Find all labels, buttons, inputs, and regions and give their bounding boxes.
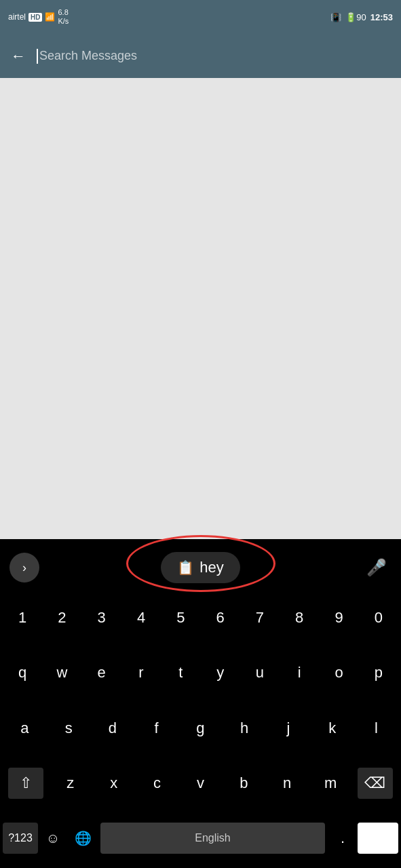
main-content (0, 78, 401, 539)
backspace-key[interactable]: ⌫ (358, 768, 393, 799)
status-left: airtel HD 📶 6.8 K/s (8, 8, 69, 26)
key-c[interactable]: c (141, 768, 174, 799)
key-n[interactable]: n (271, 768, 303, 799)
search-input-area[interactable]: Search Messages (37, 49, 390, 64)
search-bar: ← Search Messages (0, 34, 401, 78)
network-badge: HD (28, 13, 42, 22)
key-h[interactable]: h (228, 713, 261, 744)
key-4[interactable]: 4 (125, 602, 157, 633)
key-q[interactable]: q (6, 657, 39, 688)
key-s[interactable]: s (52, 713, 85, 744)
cursor (37, 49, 38, 64)
number-row: 1 2 3 4 5 6 7 8 9 0 (3, 591, 398, 644)
zxcv-row: ⇧ z x c v b n m ⌫ (3, 756, 398, 810)
key-w[interactable]: w (45, 657, 78, 688)
key-b[interactable]: b (227, 768, 260, 799)
key-u[interactable]: u (244, 657, 276, 688)
key-k[interactable]: k (316, 713, 349, 744)
bottom-row: ?123 ☺ 🌐 English . (3, 812, 398, 865)
key-2[interactable]: 2 (45, 602, 78, 633)
vibrate-icon: 📳 (330, 12, 341, 22)
suggestions-row: › 📋 hey 🎤 (3, 545, 398, 591)
emoji-key[interactable]: ☺ (38, 823, 68, 854)
key-r[interactable]: r (125, 657, 157, 688)
suggestion-hey-text: hey (199, 559, 223, 576)
key-e[interactable]: e (85, 657, 118, 688)
qwerty-row: q w e r t y u i o p (3, 646, 398, 699)
key-1[interactable]: 1 (6, 602, 39, 633)
key-z[interactable]: z (54, 768, 87, 799)
key-g[interactable]: g (184, 713, 216, 744)
key-t[interactable]: t (164, 657, 197, 688)
clipboard-icon: 📋 (177, 559, 194, 576)
status-right: 📳 🔋90 12:53 (330, 12, 393, 22)
expand-icon: › (22, 561, 26, 575)
key-j[interactable]: j (272, 713, 305, 744)
space-key[interactable]: English (100, 823, 325, 854)
globe-key[interactable]: 🌐 (68, 823, 98, 854)
signal-icon: 📶 (45, 12, 55, 22)
status-bar: airtel HD 📶 6.8 K/s 📳 🔋90 12:53 (0, 0, 401, 34)
key-y[interactable]: y (204, 657, 237, 688)
key-9[interactable]: 9 (323, 602, 356, 633)
back-button[interactable]: ← (11, 47, 26, 65)
period-key[interactable]: . (328, 823, 358, 854)
key-7[interactable]: 7 (244, 602, 276, 633)
shift-key[interactable]: ⇧ (8, 768, 43, 799)
key-d[interactable]: d (96, 713, 129, 744)
key-a[interactable]: a (8, 713, 41, 744)
key-3[interactable]: 3 (85, 602, 118, 633)
carrier-label: airtel (8, 12, 26, 22)
key-l[interactable]: l (360, 713, 393, 744)
data-speed: 6.8 K/s (58, 8, 69, 26)
key-8[interactable]: 8 (283, 602, 316, 633)
battery-icon: 🔋90 (345, 12, 366, 22)
search-placeholder: Search Messages (39, 49, 137, 63)
time-label: 12:53 (370, 12, 393, 22)
key-x[interactable]: x (98, 768, 130, 799)
enter-key[interactable] (358, 823, 398, 854)
key-5[interactable]: 5 (164, 602, 197, 633)
key-i[interactable]: i (283, 657, 316, 688)
key-0[interactable]: 0 (362, 602, 395, 633)
expand-keyboard-button[interactable]: › (9, 553, 39, 583)
key-p[interactable]: p (362, 657, 395, 688)
key-v[interactable]: v (184, 768, 216, 799)
mic-icon: 🎤 (366, 558, 387, 577)
key-6[interactable]: 6 (204, 602, 237, 633)
numbers-key[interactable]: ?123 (3, 823, 38, 854)
key-m[interactable]: m (314, 768, 347, 799)
mic-button[interactable]: 🎤 (362, 553, 392, 583)
key-o[interactable]: o (323, 657, 356, 688)
keyboard: › 📋 hey 🎤 1 2 3 4 5 6 7 8 9 0 q w e r t … (0, 539, 401, 868)
key-f[interactable]: f (140, 713, 173, 744)
suggestion-hey-button[interactable]: 📋 hey (161, 552, 240, 583)
asdf-row: a s d f g h j k l (3, 701, 398, 755)
